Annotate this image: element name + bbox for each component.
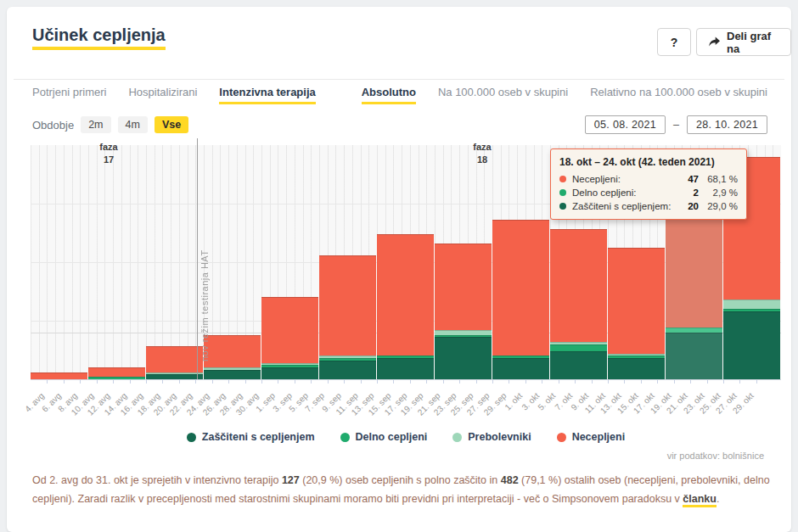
x-tick [690,380,691,384]
bar-segment[interactable] [608,354,665,356]
bar-segment[interactable] [492,358,549,379]
help-button[interactable]: ? [657,28,691,56]
tab-hospitalizirani[interactable]: Hospitalizirani [128,86,197,104]
legend-color-dot [452,433,462,442]
period-button-4m[interactable]: 4m [118,116,148,133]
bar-segment[interactable] [146,372,203,375]
x-tick [328,380,329,384]
bar-segment[interactable] [608,248,665,353]
bar-segment[interactable] [435,244,492,330]
tooltip-series-percent: 2,9 % [699,188,738,198]
x-tick [228,380,229,384]
legend-item[interactable]: Delno cepljeni [340,431,428,443]
bar-segment[interactable] [319,255,376,356]
x-tick [377,380,378,384]
x-tick [64,380,65,384]
bar-segment[interactable] [204,367,261,370]
bar-segment[interactable] [204,335,261,368]
bar-segment[interactable] [88,367,145,377]
period-button-vse[interactable]: Vse [155,116,188,133]
tooltip-row: Necepljeni:4768,1 % [559,174,738,184]
bar-segment[interactable] [319,361,376,379]
tab-intenzivna-terapija[interactable]: Intenzivna terapija [219,86,315,104]
period-selector: Obdobje 2m 4m Vse [32,116,188,133]
x-tick [459,380,460,384]
bar-segment[interactable] [88,377,145,379]
bar-segment[interactable] [146,374,203,379]
x-tick [212,380,213,384]
date-range-separator: – [673,119,679,131]
bar-segment[interactable] [261,365,318,367]
bar-segment[interactable] [319,358,376,361]
date-from-input[interactable]: 05. 08. 2021 [585,115,666,134]
bar-segment[interactable] [550,342,607,344]
bar-segment[interactable] [261,297,318,362]
bar-segment[interactable] [723,311,780,379]
tooltip-row: Zaščiteni s cepljenjem:2029,0 % [559,201,738,211]
phase-annotation-18: faza18 [452,141,512,166]
x-tick [410,380,411,384]
bar-segment[interactable] [31,372,87,379]
bar-segment[interactable] [204,370,261,379]
bar-segment[interactable] [550,229,607,341]
bar-segment[interactable] [435,337,492,379]
bar-segment[interactable] [550,351,607,379]
tooltip-title: 18. okt – 24. okt (42. teden 2021) [559,156,738,168]
tab-potrjeni-primeri[interactable]: Potrjeni primeri [32,86,106,104]
bar-segment[interactable] [608,358,665,379]
bar-segment[interactable] [435,335,492,338]
x-tick [311,380,312,384]
share-button[interactable]: Deli graf na [696,28,791,56]
bar-segment[interactable] [666,333,722,379]
share-button-label: Deli graf na [727,30,779,55]
simpson-paradox-link[interactable]: članku [683,493,717,507]
bar-segment[interactable] [723,309,780,311]
tooltip-series-value: 2 [680,188,699,198]
chart-legend: Zaščiteni s cepljenjemDelno cepljeniPreb… [7,431,798,443]
chart-card: Učinek cepljenja ? Deli graf na Potrjeni… [7,7,791,532]
legend-item[interactable]: Zaščiteni s cepljenjem [187,431,315,443]
bar-segment[interactable] [319,356,376,358]
bar-segment[interactable] [377,358,434,379]
metric-tabs: Potrjeni primeri Hospitalizirani Intenzi… [32,86,316,104]
bar-segment[interactable] [261,367,318,379]
legend-label: Delno cepljeni [356,431,428,443]
bar-segment[interactable] [146,346,203,372]
controls-row: Obdobje 2m 4m Vse 05. 08. 2021 – 28. 10.… [32,115,767,134]
tooltip-series-percent: 68,1 % [699,174,738,184]
bar-segment[interactable] [435,330,492,335]
bar-segment[interactable] [377,234,434,356]
x-tick [756,380,757,384]
vaccine-effect-page: Učinek cepljenja ? Deli graf na Potrjeni… [0,0,798,532]
legend-item[interactable]: Prebolevniki [452,431,531,443]
tab-absolutno[interactable]: Absolutno [362,86,416,104]
x-tick [113,380,114,384]
legend-color-dot [187,433,196,442]
x-tick [295,380,295,384]
date-to-input[interactable]: 28. 10. 2021 [687,115,767,134]
tooltip-series-dot [559,203,566,210]
bar-segment[interactable] [377,356,434,358]
period-button-2m[interactable]: 2m [81,116,110,133]
x-tick [674,380,675,384]
x-tick [739,380,740,384]
bar-segment[interactable] [666,218,722,328]
bar-segment[interactable] [723,300,780,309]
x-tick [426,380,427,384]
bar-segment[interactable] [492,220,549,356]
share-icon [708,36,721,48]
x-tick [476,380,477,384]
x-axis-label: 1. okt [503,391,525,412]
question-mark-icon: ? [671,36,678,49]
bar-segment[interactable] [666,328,722,333]
tab-na-100000[interactable]: Na 100.000 oseb v skupini [438,86,568,104]
header-divider [14,79,784,80]
bar-segment[interactable] [550,344,607,351]
bar-segment[interactable] [261,363,318,366]
summary-part-1: Od 2. avg do 31. okt je sprejetih v inte… [32,474,282,486]
tab-relativno-na-100000[interactable]: Relativno na 100.000 oseb v skupini [590,86,767,104]
x-tick [278,380,278,384]
legend-item[interactable]: Necepljeni [557,431,626,443]
bar-segment[interactable] [492,356,549,358]
bar-segment[interactable] [608,356,665,358]
